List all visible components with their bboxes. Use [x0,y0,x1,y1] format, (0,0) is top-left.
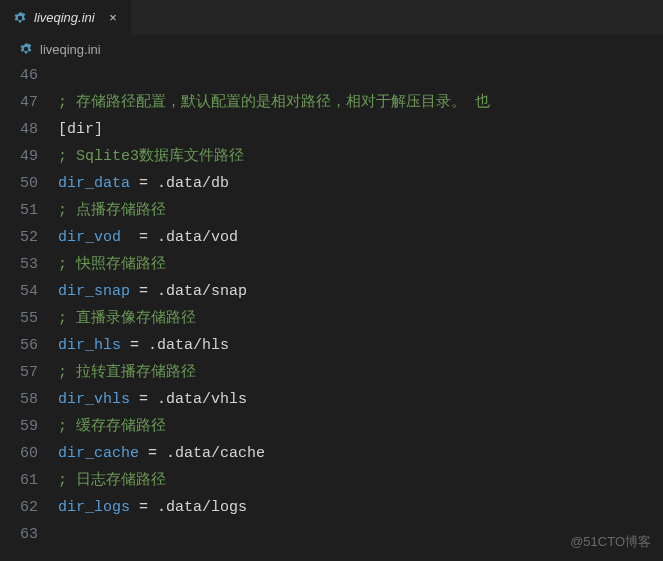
line-number: 49 [0,143,38,170]
code-line[interactable]: dir_data = .data/db [58,170,663,197]
ini-equals: = [139,175,148,192]
ini-key: dir_snap [58,283,139,300]
line-number: 63 [0,521,38,548]
ini-comment: ; Sqlite3数据库文件路径 [58,148,244,165]
line-number: 58 [0,386,38,413]
line-number: 51 [0,197,38,224]
ini-comment: ; 存储路径配置，默认配置的是相对路径，相对于解压目录。 也 [58,94,490,111]
ini-equals: = [148,445,157,462]
line-number: 50 [0,170,38,197]
code-line[interactable]: dir_hls = .data/hls [58,332,663,359]
breadcrumb-filename: liveqing.ini [40,42,101,57]
code-line[interactable]: ; 点播存储路径 [58,197,663,224]
line-number: 62 [0,494,38,521]
ini-equals: = [139,283,148,300]
ini-equals: = [139,229,148,246]
code-line[interactable]: dir_logs = .data/logs [58,494,663,521]
ini-equals: = [139,391,148,408]
ini-comment: ; 拉转直播存储路径 [58,364,196,381]
ini-key: dir_cache [58,445,148,462]
code-line[interactable]: ; 直播录像存储路径 [58,305,663,332]
code-line[interactable]: dir_snap = .data/snap [58,278,663,305]
line-number: 47 [0,89,38,116]
ini-key: dir_vod [58,229,139,246]
editor: 464748495051525354555657585960616263 ; 存… [0,62,663,561]
line-number: 60 [0,440,38,467]
code-line[interactable] [58,62,663,89]
code-line[interactable]: dir_vhls = .data/vhls [58,386,663,413]
tab-liveqing-ini[interactable]: liveqing.ini × [0,0,131,35]
line-number: 52 [0,224,38,251]
ini-key: dir_vhls [58,391,139,408]
code-line[interactable]: ; 拉转直播存储路径 [58,359,663,386]
line-number: 54 [0,278,38,305]
ini-value: .data/db [148,175,229,192]
ini-comment: ; 直播录像存储路径 [58,310,196,327]
close-icon[interactable]: × [105,10,121,26]
ini-value: .data/vhls [148,391,247,408]
ini-key: dir_data [58,175,139,192]
ini-value: .data/snap [148,283,247,300]
gear-icon [12,10,28,26]
ini-key: dir_hls [58,337,130,354]
ini-value: .data/cache [157,445,265,462]
tab-filename: liveqing.ini [34,10,95,25]
line-number: 55 [0,305,38,332]
ini-value: .data/hls [139,337,229,354]
line-gutter: 464748495051525354555657585960616263 [0,62,58,561]
code-line[interactable]: [dir] [58,116,663,143]
line-number: 56 [0,332,38,359]
code-line[interactable]: ; Sqlite3数据库文件路径 [58,143,663,170]
line-number: 57 [0,359,38,386]
code-area[interactable]: ; 存储路径配置，默认配置的是相对路径，相对于解压目录。 也[dir]; Sql… [58,62,663,561]
ini-value: .data/logs [148,499,247,516]
code-line[interactable]: ; 快照存储路径 [58,251,663,278]
breadcrumb[interactable]: liveqing.ini [0,36,663,62]
ini-value: .data/vod [148,229,238,246]
line-number: 53 [0,251,38,278]
ini-equals: = [139,499,148,516]
ini-comment: ; 快照存储路径 [58,256,166,273]
code-line[interactable]: ; 存储路径配置，默认配置的是相对路径，相对于解压目录。 也 [58,89,663,116]
line-number: 48 [0,116,38,143]
ini-comment: ; 日志存储路径 [58,472,166,489]
gear-icon [18,41,34,57]
ini-key: dir_logs [58,499,139,516]
code-line[interactable]: dir_vod = .data/vod [58,224,663,251]
tab-bar: liveqing.ini × [0,0,663,36]
code-line[interactable]: dir_cache = .data/cache [58,440,663,467]
line-number: 61 [0,467,38,494]
ini-comment: ; 缓存存储路径 [58,418,166,435]
line-number: 59 [0,413,38,440]
code-line[interactable]: ; 缓存存储路径 [58,413,663,440]
ini-section: [dir] [58,121,103,138]
code-line[interactable]: ; 日志存储路径 [58,467,663,494]
line-number: 46 [0,62,38,89]
ini-equals: = [130,337,139,354]
ini-comment: ; 点播存储路径 [58,202,166,219]
watermark: @51CTO博客 [570,533,651,551]
